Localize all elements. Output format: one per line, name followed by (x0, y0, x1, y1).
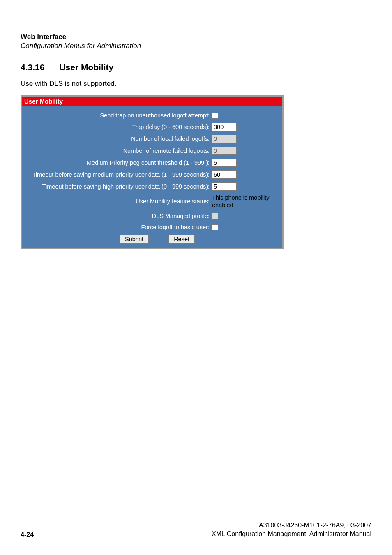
input-timeout-medium[interactable] (212, 170, 237, 179)
input-local-failed (212, 135, 237, 143)
label-peg-threshold: Medium Priority peg count threshold (1 -… (25, 159, 212, 166)
header-title: Web interface (21, 33, 371, 41)
submit-button[interactable]: Submit (120, 235, 149, 244)
label-feature-status: User Mobility feature status: (25, 198, 212, 205)
label-timeout-high: Timeout before saving high priority user… (25, 183, 212, 190)
footer-doc-title: XML Configuration Management, Administra… (212, 530, 371, 539)
label-local-failed: Number of local failed logoffs: (25, 135, 212, 143)
label-force-logoff: Force logoff to basic user: (25, 223, 212, 231)
label-remote-failed: Number of remote failed logouts: (25, 147, 212, 154)
checkbox-force-logoff[interactable] (212, 224, 218, 230)
input-trap-delay[interactable] (212, 123, 237, 131)
user-mobility-panel: User Mobility Send trap on unauthorised … (21, 95, 284, 249)
row-trap-delay: Trap delay (0 - 600 seconds): (25, 123, 279, 131)
row-force-logoff: Force logoff to basic user: (25, 223, 279, 231)
checkbox-dls-profile (212, 213, 218, 219)
section-title: User Mobility (59, 62, 113, 72)
row-timeout-high: Timeout before saving high priority user… (25, 182, 279, 191)
button-row: Submit Reset (25, 235, 279, 244)
value-feature-status: This phone is mobility-enabled (212, 194, 279, 209)
panel-body: Send trap on unauthorised logoff attempt… (22, 106, 282, 248)
label-send-trap: Send trap on unauthorised logoff attempt… (25, 112, 212, 119)
row-timeout-medium: Timeout before saving medium priority us… (25, 170, 279, 179)
input-peg-threshold[interactable] (212, 159, 237, 167)
section-note: Use with DLS is not supported. (21, 80, 371, 88)
input-timeout-high[interactable] (212, 182, 237, 191)
row-send-trap: Send trap on unauthorised logoff attempt… (25, 112, 279, 119)
row-local-failed: Number of local failed logoffs: (25, 135, 279, 143)
row-remote-failed: Number of remote failed logouts: (25, 147, 279, 155)
section-number: 4.3.16 (21, 62, 44, 72)
panel-title: User Mobility (22, 97, 282, 106)
row-peg-threshold: Medium Priority peg count threshold (1 -… (25, 159, 279, 167)
checkbox-send-trap[interactable] (212, 113, 218, 119)
label-timeout-medium: Timeout before saving medium priority us… (25, 171, 212, 178)
input-remote-failed (212, 147, 237, 155)
row-dls-profile: DLS Managed profile: (25, 212, 279, 220)
header-subtitle: Configuration Menus for Administration (21, 42, 371, 50)
reset-button[interactable]: Reset (168, 235, 195, 244)
page-footer: 4-24 A31003-J4260-M101-2-76A9, 03-2007 X… (21, 521, 371, 539)
footer-page-number: 4-24 (21, 531, 34, 539)
footer-doc-id: A31003-J4260-M101-2-76A9, 03-2007 (212, 521, 371, 530)
row-feature-status: User Mobility feature status: This phone… (25, 194, 279, 209)
label-trap-delay: Trap delay (0 - 600 seconds): (25, 123, 212, 131)
label-dls-profile: DLS Managed profile: (25, 212, 212, 220)
footer-doc-info: A31003-J4260-M101-2-76A9, 03-2007 XML Co… (212, 521, 371, 539)
page-header: Web interface Configuration Menus for Ad… (21, 33, 371, 50)
section-heading: 4.3.16User Mobility (21, 62, 371, 72)
